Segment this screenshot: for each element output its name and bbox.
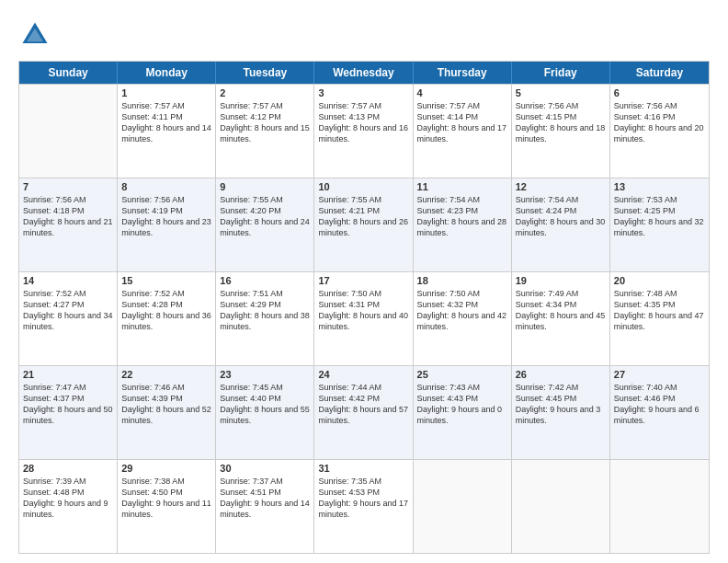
header-day-tuesday: Tuesday <box>216 62 314 84</box>
day-number: 29 <box>121 463 211 474</box>
cell-info: Sunrise: 7:44 AM Sunset: 4:42 PM Dayligh… <box>318 382 408 427</box>
cal-cell: 26Sunrise: 7:42 AM Sunset: 4:45 PM Dayli… <box>512 366 610 459</box>
cal-cell: 24Sunrise: 7:44 AM Sunset: 4:42 PM Dayli… <box>314 366 413 459</box>
day-number: 19 <box>516 275 606 286</box>
cell-info: Sunrise: 7:35 AM Sunset: 4:53 PM Dayligh… <box>318 476 408 521</box>
cell-info: Sunrise: 7:48 AM Sunset: 4:35 PM Dayligh… <box>614 288 705 333</box>
cell-info: Sunrise: 7:38 AM Sunset: 4:50 PM Dayligh… <box>121 476 211 521</box>
cell-info: Sunrise: 7:49 AM Sunset: 4:34 PM Dayligh… <box>516 288 606 333</box>
day-number: 25 <box>417 369 507 380</box>
cell-info: Sunrise: 7:37 AM Sunset: 4:51 PM Dayligh… <box>220 476 310 521</box>
calendar-row-2: 7Sunrise: 7:56 AM Sunset: 4:18 PM Daylig… <box>19 178 709 271</box>
cell-info: Sunrise: 7:56 AM Sunset: 4:18 PM Dayligh… <box>23 194 113 239</box>
cell-info: Sunrise: 7:57 AM Sunset: 4:14 PM Dayligh… <box>417 100 507 145</box>
cal-cell: 25Sunrise: 7:43 AM Sunset: 4:43 PM Dayli… <box>414 366 512 459</box>
cal-cell: 17Sunrise: 7:50 AM Sunset: 4:31 PM Dayli… <box>314 272 413 365</box>
header-day-sunday: Sunday <box>19 62 118 84</box>
cell-info: Sunrise: 7:53 AM Sunset: 4:25 PM Dayligh… <box>614 194 705 239</box>
calendar-row-3: 14Sunrise: 7:52 AM Sunset: 4:27 PM Dayli… <box>19 271 709 365</box>
header-day-saturday: Saturday <box>610 62 709 84</box>
cell-info: Sunrise: 7:55 AM Sunset: 4:20 PM Dayligh… <box>220 194 310 239</box>
day-number: 31 <box>318 463 408 474</box>
cal-cell: 10Sunrise: 7:55 AM Sunset: 4:21 PM Dayli… <box>314 178 413 271</box>
cell-info: Sunrise: 7:57 AM Sunset: 4:13 PM Dayligh… <box>318 100 408 145</box>
cell-info: Sunrise: 7:39 AM Sunset: 4:48 PM Dayligh… <box>23 476 113 521</box>
calendar-row-4: 21Sunrise: 7:47 AM Sunset: 4:37 PM Dayli… <box>19 365 709 459</box>
cell-info: Sunrise: 7:57 AM Sunset: 4:11 PM Dayligh… <box>121 100 211 145</box>
cal-cell: 15Sunrise: 7:52 AM Sunset: 4:28 PM Dayli… <box>118 272 216 365</box>
day-number: 6 <box>614 87 705 98</box>
cal-cell: 1Sunrise: 7:57 AM Sunset: 4:11 PM Daylig… <box>118 85 216 178</box>
day-number: 1 <box>121 87 211 98</box>
cal-cell: 13Sunrise: 7:53 AM Sunset: 4:25 PM Dayli… <box>610 178 709 271</box>
day-number: 27 <box>614 369 705 380</box>
cal-cell: 4Sunrise: 7:57 AM Sunset: 4:14 PM Daylig… <box>414 85 512 178</box>
page: SundayMondayTuesdayWednesdayThursdayFrid… <box>0 0 728 563</box>
day-number: 28 <box>23 463 113 474</box>
day-number: 15 <box>121 275 211 286</box>
cal-cell: 16Sunrise: 7:51 AM Sunset: 4:29 PM Dayli… <box>216 272 314 365</box>
cal-cell: 9Sunrise: 7:55 AM Sunset: 4:20 PM Daylig… <box>216 178 314 271</box>
cell-info: Sunrise: 7:55 AM Sunset: 4:21 PM Dayligh… <box>318 194 408 239</box>
day-number: 7 <box>23 181 113 192</box>
cell-info: Sunrise: 7:56 AM Sunset: 4:19 PM Dayligh… <box>121 194 211 239</box>
cal-cell: 11Sunrise: 7:54 AM Sunset: 4:23 PM Dayli… <box>414 178 512 271</box>
cal-cell: 28Sunrise: 7:39 AM Sunset: 4:48 PM Dayli… <box>19 460 118 553</box>
cell-info: Sunrise: 7:43 AM Sunset: 4:43 PM Dayligh… <box>417 382 507 427</box>
day-number: 20 <box>614 275 705 286</box>
cell-info: Sunrise: 7:52 AM Sunset: 4:27 PM Dayligh… <box>23 288 113 333</box>
cell-info: Sunrise: 7:51 AM Sunset: 4:29 PM Dayligh… <box>220 288 310 333</box>
cell-info: Sunrise: 7:50 AM Sunset: 4:31 PM Dayligh… <box>318 288 408 333</box>
cal-cell: 8Sunrise: 7:56 AM Sunset: 4:19 PM Daylig… <box>118 178 216 271</box>
cal-cell: 2Sunrise: 7:57 AM Sunset: 4:12 PM Daylig… <box>216 85 314 178</box>
day-number: 24 <box>318 369 408 380</box>
cal-cell: 19Sunrise: 7:49 AM Sunset: 4:34 PM Dayli… <box>512 272 610 365</box>
day-number: 21 <box>23 369 113 380</box>
cell-info: Sunrise: 7:52 AM Sunset: 4:28 PM Dayligh… <box>121 288 211 333</box>
header-day-friday: Friday <box>512 62 610 84</box>
day-number: 30 <box>220 463 310 474</box>
day-number: 10 <box>318 181 408 192</box>
cal-cell <box>19 85 118 178</box>
day-number: 11 <box>417 181 507 192</box>
cell-info: Sunrise: 7:54 AM Sunset: 4:24 PM Dayligh… <box>516 194 606 239</box>
cal-cell: 23Sunrise: 7:45 AM Sunset: 4:40 PM Dayli… <box>216 366 314 459</box>
cal-cell: 22Sunrise: 7:46 AM Sunset: 4:39 PM Dayli… <box>118 366 216 459</box>
cal-cell: 14Sunrise: 7:52 AM Sunset: 4:27 PM Dayli… <box>19 272 118 365</box>
day-number: 17 <box>318 275 408 286</box>
day-number: 13 <box>614 181 705 192</box>
day-number: 16 <box>220 275 310 286</box>
cal-cell <box>512 460 610 553</box>
cell-info: Sunrise: 7:54 AM Sunset: 4:23 PM Dayligh… <box>417 194 507 239</box>
calendar-row-1: 1Sunrise: 7:57 AM Sunset: 4:11 PM Daylig… <box>19 84 709 178</box>
cal-cell: 27Sunrise: 7:40 AM Sunset: 4:46 PM Dayli… <box>610 366 709 459</box>
cell-info: Sunrise: 7:40 AM Sunset: 4:46 PM Dayligh… <box>614 382 705 427</box>
cell-info: Sunrise: 7:42 AM Sunset: 4:45 PM Dayligh… <box>516 382 606 427</box>
calendar-header: SundayMondayTuesdayWednesdayThursdayFrid… <box>19 62 709 84</box>
logo <box>18 18 57 52</box>
day-number: 5 <box>516 87 606 98</box>
cell-info: Sunrise: 7:56 AM Sunset: 4:15 PM Dayligh… <box>516 100 606 145</box>
cal-cell: 18Sunrise: 7:50 AM Sunset: 4:32 PM Dayli… <box>414 272 512 365</box>
logo-icon <box>18 18 51 52</box>
day-number: 3 <box>318 87 408 98</box>
cell-info: Sunrise: 7:50 AM Sunset: 4:32 PM Dayligh… <box>417 288 507 333</box>
cal-cell: 5Sunrise: 7:56 AM Sunset: 4:15 PM Daylig… <box>512 85 610 178</box>
cal-cell: 3Sunrise: 7:57 AM Sunset: 4:13 PM Daylig… <box>314 85 413 178</box>
day-number: 18 <box>417 275 507 286</box>
day-number: 8 <box>121 181 211 192</box>
cal-cell: 20Sunrise: 7:48 AM Sunset: 4:35 PM Dayli… <box>610 272 709 365</box>
day-number: 23 <box>220 369 310 380</box>
header-day-thursday: Thursday <box>414 62 512 84</box>
day-number: 22 <box>121 369 211 380</box>
day-number: 2 <box>220 87 310 98</box>
cal-cell <box>610 460 709 553</box>
cal-cell: 31Sunrise: 7:35 AM Sunset: 4:53 PM Dayli… <box>314 460 413 553</box>
cal-cell: 12Sunrise: 7:54 AM Sunset: 4:24 PM Dayli… <box>512 178 610 271</box>
calendar: SundayMondayTuesdayWednesdayThursdayFrid… <box>18 61 710 554</box>
day-number: 9 <box>220 181 310 192</box>
day-number: 14 <box>23 275 113 286</box>
cell-info: Sunrise: 7:46 AM Sunset: 4:39 PM Dayligh… <box>121 382 211 427</box>
header-day-monday: Monday <box>118 62 216 84</box>
cal-cell: 7Sunrise: 7:56 AM Sunset: 4:18 PM Daylig… <box>19 178 118 271</box>
